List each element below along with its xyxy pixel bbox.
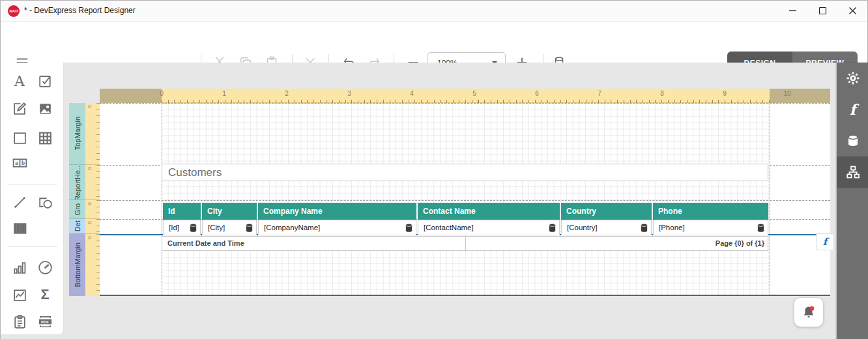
title-bar: RAD * - DevExpress Report Designer	[1, 1, 867, 22]
panel-icon	[12, 130, 28, 146]
band-topmargin[interactable]: TopMargin	[69, 103, 85, 165]
report-designer-window: RAD * - DevExpress Report Designer	[0, 0, 868, 339]
detail-cell-id[interactable]: [Id]	[163, 220, 201, 235]
header-cell-id[interactable]: Id	[163, 203, 201, 220]
ruler-label: 7	[593, 90, 606, 97]
ruler-label: 9	[718, 90, 731, 97]
header-cell-company-name[interactable]: Company Name	[258, 203, 416, 220]
clipboard-icon	[12, 314, 28, 330]
picture-icon	[37, 100, 53, 117]
field-list-panel-button[interactable]	[837, 125, 868, 156]
toolbox-separator	[7, 246, 57, 247]
checkbox-icon	[37, 73, 53, 89]
expressions-panel-button[interactable]: f	[837, 94, 868, 125]
field-binding-icon	[757, 223, 765, 233]
sparkline-icon	[12, 287, 28, 303]
design-surface: 0 1 2 3 4 5 6 7 8 9 10 TopMargin ReportH…	[1, 63, 868, 339]
design-grid	[162, 103, 770, 296]
field-binding-icon	[189, 223, 197, 233]
chart-icon	[12, 259, 28, 276]
pdf-icon: PDF	[37, 314, 53, 330]
tool-picture-box[interactable]	[34, 97, 56, 119]
tool-label[interactable]: A	[8, 70, 31, 92]
tool-shape[interactable]	[34, 191, 56, 213]
detail-cell-phone[interactable]: [Phone]	[653, 220, 768, 235]
tool-panel[interactable]	[8, 126, 31, 149]
field-binding-icon	[548, 223, 557, 233]
detail-cell-country[interactable]: [Country]	[561, 220, 652, 235]
tool-line[interactable]	[8, 191, 31, 213]
ruler-label: 1	[218, 90, 231, 97]
tool-sparkline[interactable]	[8, 284, 31, 306]
ruler-label: 5	[468, 90, 481, 97]
rich-text-icon	[12, 100, 28, 117]
sigma-icon: Σ	[40, 286, 49, 303]
tool-pivot-table[interactable]: Σ	[34, 284, 56, 306]
window-title: * - DevExpress Report Designer	[24, 6, 136, 15]
tool-table[interactable]	[34, 126, 56, 149]
line-icon	[12, 194, 28, 211]
bell-icon	[801, 304, 817, 320]
ruler-label: 2	[280, 90, 293, 97]
content-left-divider	[162, 103, 162, 296]
band-bottommargin[interactable]: BottomMargin	[69, 234, 85, 296]
table-icon	[37, 130, 53, 146]
expression-smart-tag-button[interactable]: f	[816, 233, 834, 250]
tool-paste-content[interactable]	[8, 310, 31, 332]
footer-page-info-label[interactable]: Page {0} of {1}	[716, 239, 764, 247]
svg-text:b: b	[22, 160, 25, 166]
maximize-icon	[818, 7, 827, 15]
close-button[interactable]	[837, 1, 867, 21]
tool-chart[interactable]	[8, 256, 31, 278]
tool-character-comb[interactable]: ab	[8, 151, 31, 173]
toolbox-separator	[7, 184, 57, 184]
tool-pdf-content[interactable]: PDF	[34, 310, 56, 332]
fx-icon: f	[850, 101, 856, 118]
svg-text:PDF: PDF	[40, 319, 48, 323]
ruler-label: 6	[530, 90, 543, 97]
footer-date-label[interactable]: Current Date and Time	[167, 239, 244, 247]
horizontal-ruler: 0 1 2 3 4 5 6 7 8 9 10	[100, 89, 830, 103]
gauge-icon	[37, 259, 53, 276]
sitemap-icon	[845, 164, 861, 180]
field-binding-icon	[245, 223, 253, 233]
vertical-ruler: 0 0 0 0 0	[85, 103, 100, 296]
tool-gauge[interactable]	[34, 256, 56, 278]
footer-cell-divider	[465, 237, 466, 250]
ruler-label: 8	[656, 90, 669, 97]
report-title-label[interactable]: Customers	[162, 164, 768, 181]
field-binding-icon	[405, 223, 413, 233]
database-icon	[845, 133, 861, 149]
notifications-button[interactable]	[794, 298, 823, 327]
right-sidebar: f	[837, 63, 868, 339]
tool-rich-text[interactable]	[8, 97, 31, 119]
toolbox-panel: A ab	[1, 63, 64, 335]
ruler-label: 4	[405, 90, 418, 97]
detail-cell-city[interactable]: [City]	[202, 220, 257, 235]
ruler-label: 3	[343, 90, 356, 97]
tool-barcode[interactable]	[8, 217, 31, 239]
character-comb-icon: ab	[12, 155, 28, 171]
detail-cell-company-name[interactable]: [CompanyName]	[258, 220, 416, 235]
tool-checkbox[interactable]	[34, 70, 56, 92]
maximize-button[interactable]	[807, 1, 837, 21]
report-explorer-panel-button[interactable]	[837, 156, 868, 188]
page-footer-row[interactable]: Current Date and Time Page {0} of {1}	[162, 236, 768, 251]
reportheader-divider	[100, 200, 830, 201]
minimize-icon	[788, 7, 797, 15]
band-strip: TopMargin ReportHe… Gro Det BottomMargin	[69, 103, 85, 296]
detail-cell-contact-name[interactable]: [ContactName]	[418, 220, 560, 235]
field-binding-icon	[640, 223, 648, 233]
header-cell-contact-name[interactable]: Contact Name	[418, 203, 560, 220]
close-icon	[848, 7, 857, 15]
header-cell-city[interactable]: City	[202, 203, 257, 220]
band-reportheader[interactable]: ReportHe…	[69, 165, 85, 200]
band-detail[interactable]: Det	[69, 219, 85, 234]
header-cell-phone[interactable]: Phone	[653, 203, 768, 220]
minimize-button[interactable]	[777, 1, 807, 21]
properties-panel-button[interactable]	[837, 63, 868, 94]
band-groupheader[interactable]: Gro	[69, 200, 85, 219]
fx-icon: f	[823, 236, 827, 248]
content-right-divider	[770, 103, 770, 296]
header-cell-country[interactable]: Country	[561, 203, 652, 220]
